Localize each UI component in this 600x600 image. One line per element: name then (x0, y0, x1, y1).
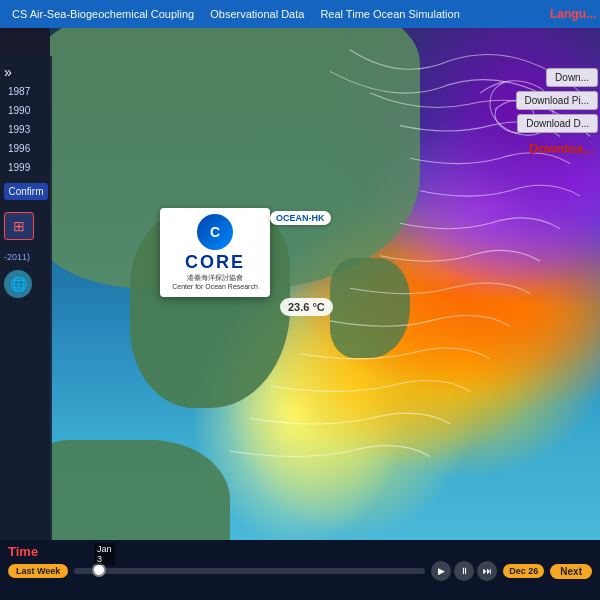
sidebar-globe-button[interactable]: 🌐 (4, 270, 32, 298)
date-start-label: Jan 3 (94, 543, 115, 565)
core-logo-title: CORE (168, 252, 262, 273)
sidebar-confirm-button[interactable]: Confirm (4, 183, 48, 200)
timeline-controls: Last Week Jan 3 ▶ ⏸ ⏭ Dec 26 Next (8, 561, 592, 581)
timeline: Time Last Week Jan 3 ▶ ⏸ ⏭ Dec 26 Next (0, 540, 600, 600)
sidebar: » 1987 1990 1993 1996 1999 Confirm ⊞ -20… (0, 56, 52, 540)
nav-item-rtos[interactable]: Real Time Ocean Simulation (312, 8, 467, 20)
sidebar-grid-button[interactable]: ⊞ (4, 212, 34, 240)
date-end-badge: Dec 26 (503, 564, 544, 578)
core-logo-icon: C (197, 214, 233, 250)
land-bottom (50, 440, 230, 540)
land-philippines (330, 258, 410, 358)
timeline-thumb[interactable]: Jan 3 (92, 563, 106, 577)
ocean-hk-badge: OCEAN-HK (270, 211, 331, 225)
pause-button[interactable]: ⏸ (454, 561, 474, 581)
core-logo: C CORE 港臺海洋探討協會 Center for Ocean Researc… (160, 208, 270, 297)
download-button[interactable]: Down... (546, 68, 598, 87)
download-png-button[interactable]: Download Pi... (516, 91, 598, 110)
core-logo-subtitle: 港臺海洋探討協會 Center for Ocean Research (168, 273, 262, 291)
sidebar-year-1990[interactable]: 1990 (4, 103, 48, 118)
play-button[interactable]: ▶ (431, 561, 451, 581)
language-selector[interactable]: Langu... (550, 7, 596, 21)
next-button[interactable]: Next (550, 564, 592, 579)
last-week-button[interactable]: Last Week (8, 564, 68, 578)
nav-item-cs[interactable]: CS Air-Sea-Biogeochemical Coupling (4, 8, 202, 20)
timeline-track[interactable]: Jan 3 (74, 568, 425, 574)
globe-icon: 🌐 (10, 276, 27, 292)
grid-icon: ⊞ (13, 218, 25, 234)
sidebar-year-1999[interactable]: 1999 (4, 160, 48, 175)
play-controls: ▶ ⏸ ⏭ (431, 561, 497, 581)
sidebar-year-1987[interactable]: 1987 (4, 84, 48, 99)
sidebar-year-1993[interactable]: 1993 (4, 122, 48, 137)
right-panel: Down... Download Pi... Download D... Dow… (516, 68, 600, 156)
map-container: » 1987 1990 1993 1996 1999 Confirm ⊞ -20… (0, 28, 600, 600)
nav-item-obs[interactable]: Observational Data (202, 8, 312, 20)
navigation-bar: CS Air-Sea-Biogeochemical Coupling Obser… (0, 0, 600, 28)
step-button[interactable]: ⏭ (477, 561, 497, 581)
temperature-badge: 23.6 °C (280, 298, 333, 316)
sidebar-year-range: -2011) (4, 252, 48, 262)
sidebar-year-1996[interactable]: 1996 (4, 141, 48, 156)
download-d-button[interactable]: Download D... (517, 114, 598, 133)
sidebar-chevron-icon[interactable]: » (4, 64, 48, 80)
download-label: Downloa... (529, 141, 598, 156)
